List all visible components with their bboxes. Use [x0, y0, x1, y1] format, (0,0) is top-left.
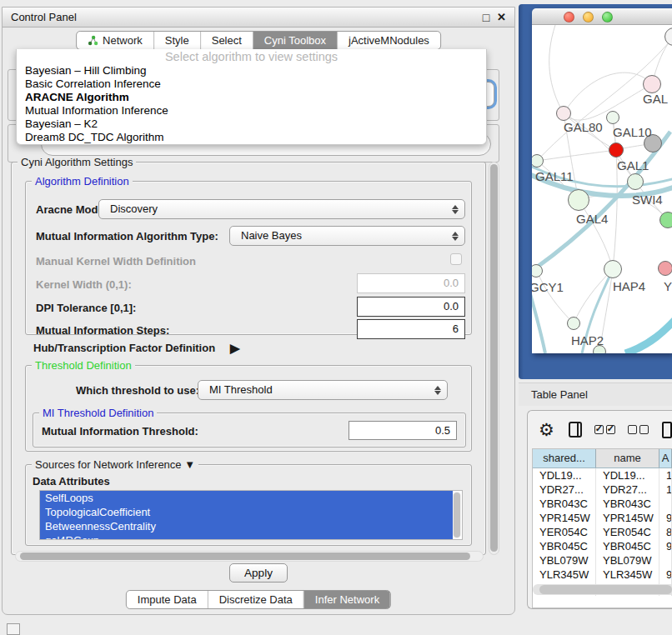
table-settings-gear-icon[interactable]: ⚙ [539, 420, 554, 440]
new-table-icon[interactable] [662, 422, 672, 438]
network-node-gal10[interactable] [606, 111, 619, 124]
network-view-window[interactable]: GAL GAL80 GAL10 GAL1 SWI4 GAL11 GAL4 GCY… [532, 8, 672, 353]
minimized-panel-button[interactable] [7, 623, 20, 635]
node-circle[interactable] [556, 106, 571, 121]
network-node-gal11[interactable] [532, 154, 544, 168]
data-attributes-list[interactable]: SelfLoops TopologicalCoefficient Between… [39, 490, 463, 540]
network-window-titlebar[interactable] [532, 8, 672, 25]
dropdown-item-bayesian-hill-climbing[interactable]: Bayesian – Hill Climbing [17, 64, 486, 78]
mi-steps-field[interactable]: 6 [357, 319, 465, 339]
dropdown-item-bayesian-k2[interactable]: Bayesian – K2 [17, 118, 486, 131]
cyni-settings-group-title: Cyni Algorithm Settings [18, 156, 136, 168]
scrollbar-thumb[interactable] [539, 585, 672, 594]
network-node-swi4[interactable] [627, 173, 644, 190]
tab-impute-data[interactable]: Impute Data [127, 591, 208, 608]
tab-select[interactable]: Select [200, 32, 253, 49]
column-header-shared-name[interactable]: shared... [533, 449, 596, 468]
table-row[interactable]: YBL079W YBL079W [533, 553, 672, 568]
cell-name: YBR045C [596, 539, 659, 553]
node-circle[interactable] [532, 154, 544, 168]
column-header-partial[interactable]: A [659, 449, 672, 468]
list-item-betweennesscentrality[interactable]: BetweennessCentrality [40, 519, 453, 533]
dropdown-item-aracne[interactable]: ARACNE Algorithm [17, 91, 486, 104]
list-item-topologicalcoefficient[interactable]: TopologicalCoefficient [40, 505, 453, 519]
mi-threshold-field[interactable]: 0.5 [349, 421, 457, 440]
scrollbar-thumb[interactable] [20, 552, 470, 560]
tab-infer-network[interactable]: Infer Network [303, 591, 390, 608]
network-canvas[interactable]: GAL GAL80 GAL10 GAL1 SWI4 GAL11 GAL4 GCY… [532, 25, 672, 353]
table-horizontal-scrollbar[interactable] [533, 584, 672, 595]
network-node-gal4[interactable] [568, 189, 589, 211]
tab-discretize-data[interactable]: Discretize Data [208, 591, 303, 608]
mi-steps-label: Mutual Information Steps: [36, 324, 169, 337]
tab-cyni-toolbox[interactable]: Cyni Toolbox [253, 32, 337, 49]
node-circle[interactable] [643, 75, 661, 93]
node-circle[interactable] [659, 212, 672, 228]
column-header-name[interactable]: name [596, 449, 659, 468]
network-node-hap4[interactable] [604, 260, 622, 278]
network-node-green[interactable] [659, 212, 672, 228]
which-threshold-select[interactable]: MI Threshold [198, 380, 448, 400]
dpi-tolerance-field[interactable]: 0.0 [357, 297, 465, 317]
network-node-gal1[interactable] [609, 142, 624, 158]
list-item-selfloops[interactable]: SelfLoops [40, 491, 453, 505]
node-circle[interactable] [606, 111, 619, 124]
column-chooser-icon[interactable] [569, 422, 582, 438]
control-panel-tabs: Network Style Select Cyni Toolbox jActiv… [76, 31, 441, 50]
node-circle[interactable] [532, 264, 543, 278]
dropdown-item-dream8[interactable]: Dream8 DC_TDC Algorithm [17, 131, 486, 144]
cell-value [659, 497, 672, 511]
tab-jactivemnodules[interactable]: jActiveMNodules [337, 32, 440, 49]
table-row[interactable]: YBR045C YBR045C 9. [533, 539, 672, 553]
hub-expand-arrow-icon[interactable]: ▶ [230, 341, 240, 356]
scrollbar-thumb[interactable] [454, 492, 460, 538]
network-node-gcy1[interactable] [532, 264, 543, 278]
sources-collapse-arrow-icon[interactable]: ▼ [184, 458, 195, 471]
node-circle[interactable] [568, 189, 589, 211]
attributes-list-scrollbar[interactable] [453, 492, 461, 538]
node-circle[interactable] [627, 173, 644, 190]
node-circle[interactable] [658, 261, 672, 276]
settings-vertical-scrollbar[interactable] [489, 162, 499, 555]
cell-value: 9. [659, 511, 672, 525]
mi-algorithm-type-select[interactable]: Naive Bayes [229, 226, 465, 246]
close-window-icon[interactable]: ✕ [497, 11, 506, 23]
network-node[interactable] [664, 28, 672, 46]
table-row[interactable]: YDL19... YDL19... 13 [533, 468, 672, 482]
tab-network[interactable]: Network [77, 32, 153, 49]
cell-value [659, 553, 672, 568]
dropdown-item-basic-correlation[interactable]: Basic Correlation Inference [17, 78, 486, 91]
cell-shared-name: YER054C [533, 525, 596, 539]
settings-horizontal-scrollbar[interactable] [15, 551, 484, 562]
cell-name: YDR27... [596, 482, 659, 497]
table-row[interactable]: YPR145W YPR145W 9. [533, 511, 672, 525]
table-row[interactable]: YLR345W YLR345W 9. [533, 568, 672, 582]
cell-value: 9. [659, 568, 672, 582]
float-window-icon[interactable]: □ [483, 11, 489, 24]
manual-kernel-width-checkbox[interactable] [450, 253, 462, 265]
network-node-salmon[interactable] [658, 261, 672, 276]
table-row[interactable]: YER054C YER054C 8. [533, 525, 672, 539]
minimize-traffic-light-icon[interactable] [583, 12, 594, 22]
deselect-all-icon[interactable] [628, 425, 649, 434]
tab-style[interactable]: Style [153, 32, 200, 49]
scrollbar-thumb[interactable] [490, 164, 498, 552]
cell-shared-name: YLR345W [533, 568, 596, 582]
apply-button[interactable]: Apply [229, 563, 288, 582]
node-circle[interactable] [604, 260, 622, 278]
node-circle[interactable] [664, 28, 672, 46]
select-all-icon[interactable] [594, 425, 615, 434]
network-node-hap2[interactable] [567, 317, 580, 330]
node-circle[interactable] [609, 142, 624, 158]
node-circle[interactable] [567, 317, 580, 330]
table-row[interactable]: YBR043C YBR043C [533, 497, 672, 511]
zoom-traffic-light-icon[interactable] [602, 12, 613, 22]
table-row[interactable]: YDR27... YDR27... 12 [533, 482, 672, 497]
aracne-mode-select[interactable]: Discovery [98, 199, 465, 219]
network-node-gal[interactable] [643, 75, 661, 93]
dropdown-item-mutual-information[interactable]: Mutual Information Inference [17, 104, 486, 118]
threshold-definition-group: Threshold Definition Which threshold to … [25, 365, 472, 452]
list-item-gal4rgexp[interactable]: gal4RGexp [40, 533, 453, 540]
network-node-gal80[interactable] [556, 106, 571, 121]
close-traffic-light-icon[interactable] [564, 12, 574, 22]
